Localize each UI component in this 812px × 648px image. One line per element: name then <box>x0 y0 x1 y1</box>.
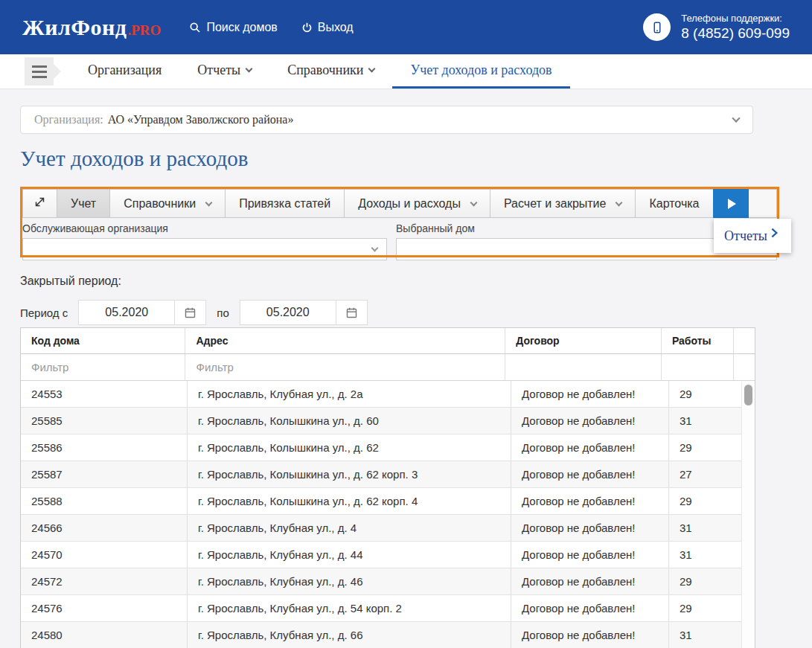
column-header-works[interactable]: Работы <box>661 328 733 353</box>
power-icon <box>301 22 313 33</box>
nav-item-reports[interactable]: Отчеты <box>179 54 269 89</box>
filter-cell-works <box>661 354 733 380</box>
support-texts: Телефоны поддержки: 8 (4852) 609-099 <box>681 13 790 42</box>
table-header-row: Код дома Адрес Договор Работы <box>21 328 755 354</box>
table-row[interactable]: 24566 г. Ярославль, Клубная ул., д. 4 До… <box>21 515 741 542</box>
card-button[interactable]: Карточка <box>635 189 713 218</box>
hamburger-icon <box>32 65 47 68</box>
nav-item-income-expense[interactable]: Учет доходов и расходов <box>392 54 569 89</box>
period-to-label: по <box>217 307 228 319</box>
search-houses-label: Поиск домов <box>206 21 277 34</box>
run-button[interactable]: Отчеты <box>713 189 749 218</box>
table-row[interactable]: 24580 г. Ярославль, Клубная ул., д. 66 Д… <box>21 622 741 648</box>
income-expense-button[interactable]: Доходы и расходы <box>344 189 490 218</box>
table-row[interactable]: 24572 г. Ярославль, Клубная ул., д. 46 Д… <box>21 568 741 595</box>
caret-down-icon <box>368 65 376 73</box>
organization-select-label: Организация: <box>34 113 103 126</box>
search-icon <box>189 22 201 33</box>
expand-icon <box>33 196 46 211</box>
table-scrollbar-thumb[interactable] <box>744 385 752 405</box>
calendar-button[interactable] <box>336 301 367 324</box>
table-row[interactable]: 24576 г. Ярославль, Клубная ул., д. 54 к… <box>21 595 741 622</box>
column-header-contract[interactable]: Договор <box>505 328 661 353</box>
caret-down-icon <box>205 199 213 207</box>
table-row[interactable]: 24570 г. Ярославль, Клубная ул., д. 44 Д… <box>21 542 741 568</box>
filter-scroll-spacer <box>733 354 755 380</box>
organization-select[interactable]: Организация: АО «Управдом Заволжского ра… <box>20 106 753 134</box>
caret-down-icon <box>470 199 477 207</box>
filter-input-address[interactable]: Фильтр <box>185 354 505 380</box>
app-logo[interactable]: ЖилФонд .PRO <box>22 15 161 40</box>
service-org-select[interactable] <box>22 238 387 260</box>
table-row[interactable]: 25586 г. Ярославль, Колышкина ул., д. 62… <box>21 434 741 461</box>
hamburger-menu-button[interactable] <box>25 57 54 86</box>
accounting-button[interactable]: Учет <box>57 189 110 218</box>
chevron-right-icon <box>768 227 780 239</box>
period-from-picker: 05.2020 <box>78 300 206 325</box>
main-nav: Организация Отчеты Справочники Учет дохо… <box>0 54 812 89</box>
table-row[interactable]: 24553 г. Ярославль, Клубная ул., д. 2а Д… <box>21 381 741 408</box>
support-phone: 8 (4852) 609-099 <box>681 25 790 42</box>
calendar-icon <box>184 307 196 319</box>
period-to-picker: 05.2020 <box>240 300 368 325</box>
article-binding-button[interactable]: Привязка статей <box>225 189 345 218</box>
column-header-address[interactable]: Адрес <box>185 328 505 353</box>
nav-item-organization[interactable]: Организация <box>70 54 179 89</box>
period-from-label: Период с <box>20 307 68 319</box>
caret-down-icon <box>246 65 253 73</box>
nav-item-directories[interactable]: Справочники <box>269 54 392 89</box>
top-menu: Поиск домов Выход <box>189 21 353 34</box>
support-label: Телефоны поддержки: <box>681 13 790 24</box>
table-scrollbar-track[interactable] <box>741 382 755 648</box>
header-scroll-spacer <box>733 328 755 353</box>
toolbar: Учет Справочники Привязка статей Доходы … <box>20 187 779 218</box>
service-org-label: Обслуживающая организация <box>22 222 390 234</box>
calendar-button[interactable] <box>174 301 205 324</box>
toolbar-area: Учет Справочники Привязка статей Доходы … <box>20 187 779 263</box>
support-block: Телефоны поддержки: 8 (4852) 609-099 <box>643 13 790 42</box>
logout-link[interactable]: Выход <box>301 21 354 34</box>
caret-down-icon <box>616 199 623 207</box>
expand-button[interactable] <box>22 189 57 218</box>
calc-close-button[interactable]: Расчет и закрытие <box>490 189 636 218</box>
table-filter-row: Фильтр Фильтр <box>21 354 755 381</box>
page-title: Учет доходов и расходов <box>20 147 792 171</box>
directories-button[interactable]: Справочники <box>109 189 226 218</box>
logo-text-suffix: .PRO <box>128 22 162 39</box>
service-org-field: Обслуживающая организация <box>22 222 390 260</box>
logout-label: Выход <box>318 21 354 34</box>
play-icon <box>728 199 736 209</box>
reports-menu-label: Отчеты <box>724 228 767 244</box>
calendar-icon <box>345 307 358 319</box>
nav-items: Организация Отчеты Справочники Учет дохо… <box>70 54 570 89</box>
organization-select-value: АО «Управдом Заволжского района» <box>108 113 294 126</box>
filter-cell-contract <box>505 354 661 380</box>
chevron-down-icon <box>371 244 379 251</box>
column-header-code[interactable]: Код дома <box>21 328 185 353</box>
toolbar-fields: Обслуживающая организация Выбранный дом <box>20 218 779 260</box>
table-row[interactable]: 25587 г. Ярославль, Колышкина ул., д. 62… <box>21 461 741 488</box>
period-from-input[interactable]: 05.2020 <box>79 301 174 324</box>
top-header: ЖилФонд .PRO Поиск домов Выход Телефоны … <box>0 0 812 54</box>
logo-text-main: ЖилФонд <box>22 15 127 40</box>
table-row[interactable]: 25588 г. Ярославль, Колышкина ул., д. 62… <box>21 488 741 515</box>
period-to-input[interactable]: 05.2020 <box>240 301 336 324</box>
period-row: Период с 05.2020 по 05.2020 <box>20 300 792 325</box>
filter-input-code[interactable]: Фильтр <box>21 354 185 380</box>
houses-table: Код дома Адрес Договор Работы Фильтр Фил… <box>20 327 755 648</box>
toolbar-filler <box>748 189 778 218</box>
search-houses-link[interactable]: Поиск домов <box>189 21 277 34</box>
chevron-down-icon <box>732 114 740 122</box>
closed-period-label: Закрытый период: <box>20 275 792 288</box>
table-row[interactable]: 25585 г. Ярославль, Колышкина ул., д. 60… <box>21 408 741 434</box>
reports-menu-item[interactable]: Отчеты <box>714 219 791 253</box>
phone-icon <box>643 13 671 41</box>
page-content: Организация: АО «Управдом Заволжского ра… <box>0 106 812 648</box>
